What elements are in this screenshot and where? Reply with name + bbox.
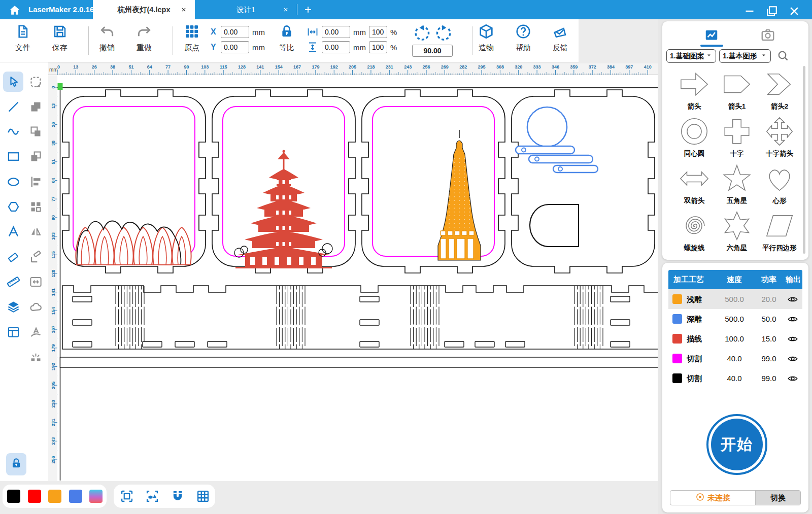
undo-button[interactable]: 撤销	[91, 23, 123, 53]
rotation-angle-input[interactable]	[412, 45, 453, 57]
mirror-tool[interactable]	[25, 222, 46, 242]
process-row-深雕-1[interactable]: 深雕500.050.0	[668, 309, 802, 329]
shape-item-concentric[interactable]: 同心圆	[673, 116, 716, 158]
output-eye-icon[interactable]	[787, 333, 798, 345]
shape-item-spiral[interactable]: 螺旋线	[673, 210, 716, 253]
help-button[interactable]: 帮助	[507, 23, 539, 53]
color-swatch-gradient[interactable]	[89, 490, 103, 503]
power-value[interactable]: 50.0	[754, 309, 784, 329]
shape-item-star6[interactable]: 六角星	[716, 210, 758, 253]
power-value[interactable]: 15.0	[754, 329, 784, 349]
speed-value[interactable]: 40.0	[719, 368, 750, 388]
proportional-lock-button[interactable]: 等比	[270, 23, 303, 53]
y-coordinate-input[interactable]	[221, 41, 249, 53]
fit-view-button[interactable]	[120, 489, 134, 503]
output-eye-icon[interactable]	[787, 314, 798, 325]
new-tab-button[interactable]	[303, 5, 313, 15]
color-swatch-4a7de8[interactable]	[69, 490, 82, 503]
home-icon[interactable]	[8, 4, 21, 17]
protractor-tool[interactable]	[25, 247, 46, 267]
curve-tool[interactable]	[3, 122, 23, 142]
color-swatch-f7a11a[interactable]	[48, 490, 61, 503]
canvas-lock-button[interactable]	[6, 453, 26, 475]
shape-item-arrow2[interactable]: 箭头2	[758, 68, 801, 111]
snap-magnet-button[interactable]	[171, 489, 185, 503]
shape-item-crossarrow[interactable]: 十字箭头	[758, 116, 801, 158]
text-tool[interactable]	[3, 222, 23, 242]
shape-item-partial[interactable]	[716, 257, 758, 260]
start-button[interactable]: 开始	[706, 414, 767, 475]
document-tab[interactable]: 杭州夜灯(4.lcpx	[93, 0, 195, 19]
layers-tool[interactable]	[3, 297, 23, 317]
design-canvas[interactable]	[57, 75, 658, 481]
output-eye-icon[interactable]	[787, 353, 798, 364]
process-color-swatch[interactable]	[672, 294, 682, 304]
process-color-swatch[interactable]	[672, 354, 682, 363]
x-coordinate-input[interactable]	[221, 26, 249, 38]
power-value[interactable]: 20.0	[754, 289, 784, 309]
shape-item-cross[interactable]: 十字	[716, 116, 758, 158]
file-button[interactable]: 文件	[7, 23, 39, 53]
height-input[interactable]	[322, 41, 350, 53]
document-tab[interactable]: 设计1	[195, 0, 297, 19]
minimize-button[interactable]	[742, 4, 757, 16]
shape-category-select[interactable]: 1.基础图案	[666, 49, 716, 63]
line-tool[interactable]	[3, 96, 23, 117]
shape-scrollbar[interactable]	[803, 66, 805, 254]
eraser-tool[interactable]	[3, 247, 23, 267]
speed-value[interactable]: 40.0	[719, 349, 750, 368]
shape-item-arrow[interactable]: 箭头	[673, 68, 716, 111]
process-row-切割-3[interactable]: 切割40.099.0	[668, 349, 802, 368]
save-button[interactable]: 保存	[44, 23, 76, 53]
rectangle-tool[interactable]	[3, 147, 23, 167]
color-swatch-ff0000[interactable]	[28, 490, 41, 503]
speed-value[interactable]: 100.0	[719, 329, 750, 349]
select-all-button[interactable]	[145, 489, 159, 503]
process-color-swatch[interactable]	[672, 373, 682, 383]
text-path-tool[interactable]	[25, 322, 46, 342]
align-tool[interactable]	[25, 172, 46, 192]
origin-button[interactable]: 原点	[176, 23, 208, 53]
shape-item-parallelogram[interactable]: 平行四边形	[758, 210, 801, 253]
close-tab-icon[interactable]	[282, 6, 289, 13]
shape-subcategory-select[interactable]: 1.基本图形	[719, 49, 771, 63]
close-tab-icon[interactable]	[180, 6, 187, 13]
ruler-tool[interactable]	[3, 271, 23, 292]
maximize-button[interactable]	[764, 4, 780, 16]
resize-tool[interactable]	[25, 271, 46, 292]
color-swatch-000000[interactable]	[7, 490, 20, 503]
search-icon[interactable]	[777, 50, 789, 62]
shape-item-heart[interactable]: 心形	[758, 163, 801, 205]
switch-device-button[interactable]: 切换	[755, 491, 800, 505]
close-window-button[interactable]	[787, 4, 802, 16]
shape-item-partial[interactable]	[673, 257, 716, 260]
subtract-tool[interactable]	[25, 122, 46, 142]
power-value[interactable]: 99.0	[754, 349, 784, 368]
shape-item-arrow1[interactable]: 箭头1	[716, 68, 758, 111]
marquee-select-tool[interactable]	[25, 72, 46, 92]
break-apart-tool[interactable]	[25, 347, 46, 367]
shape-item-doublearrow[interactable]: 双箭头	[673, 163, 716, 205]
shape-item-star5[interactable]: 五角星	[716, 163, 758, 205]
power-value[interactable]: 99.0	[754, 368, 784, 388]
table-tool[interactable]	[3, 322, 23, 342]
tab-camera[interactable]	[760, 27, 775, 43]
create-button[interactable]: 造物	[470, 23, 502, 53]
redo-button[interactable]: 重做	[128, 23, 160, 53]
group-tool[interactable]	[25, 197, 46, 217]
process-row-切割-4[interactable]: 切割40.099.0	[668, 368, 802, 388]
speed-value[interactable]: 500.0	[719, 289, 750, 309]
process-color-swatch[interactable]	[672, 314, 682, 324]
output-eye-icon[interactable]	[787, 373, 798, 384]
polygon-tool[interactable]	[3, 197, 23, 217]
process-row-描线-2[interactable]: 描线100.015.0	[668, 329, 802, 349]
tab-shape-gallery[interactable]	[704, 27, 719, 43]
rotate-cw-button[interactable]	[434, 24, 453, 43]
width-input[interactable]	[322, 26, 350, 38]
speed-value[interactable]: 500.0	[719, 309, 750, 329]
union-tool[interactable]	[25, 96, 46, 117]
feedback-button[interactable]: 反馈	[544, 23, 577, 53]
width-percent-input[interactable]	[369, 26, 387, 38]
intersect-tool[interactable]	[25, 147, 46, 167]
rotate-ccw-button[interactable]	[413, 24, 431, 43]
